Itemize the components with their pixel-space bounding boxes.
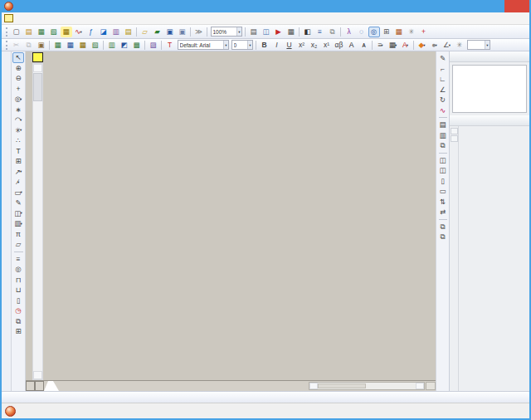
underline-icon[interactable]: U <box>284 40 295 51</box>
rescale-icon[interactable]: ↻ <box>437 95 449 105</box>
layer-contents-icon[interactable]: ≡ <box>314 27 326 37</box>
new-workbook-icon[interactable]: ▦ <box>36 27 47 37</box>
title-bar[interactable] <box>2 0 529 12</box>
selection-region-icon[interactable]: ◠▾ <box>12 115 24 125</box>
theme-gallery-icon[interactable]: ◧ <box>302 27 314 37</box>
data-selector-icon[interactable]: ∗ <box>12 105 24 115</box>
arrange-windows-icon[interactable]: ⧉ <box>437 232 449 242</box>
font-color-icon[interactable]: A▾ <box>400 40 412 51</box>
annotation-tool-icon[interactable]: ⊞ <box>12 156 24 167</box>
italic-icon[interactable]: I <box>271 40 283 51</box>
plot-angle-icon[interactable]: ∠ <box>437 85 449 95</box>
extract-to-columns-icon[interactable]: ◫ <box>437 155 449 166</box>
film-strip-icon[interactable]: ▦ <box>285 27 297 37</box>
highlight-color-icon[interactable]: ●▾ <box>429 40 441 51</box>
freehand-tool-icon[interactable]: ✎ <box>12 198 24 208</box>
superscript-icon[interactable]: x² <box>296 40 308 51</box>
vertical-scroll-track[interactable] <box>33 102 42 371</box>
fill-color-icon[interactable]: ◆▾ <box>417 40 428 51</box>
new-project-icon[interactable]: ▢ <box>11 27 22 37</box>
font-size-combo[interactable]: 0▾ <box>231 40 253 50</box>
image-mode-icon[interactable]: ▨ <box>148 40 159 51</box>
apps-panel-header[interactable] <box>450 115 529 126</box>
plot-segment-icon[interactable]: ⌐ <box>437 64 449 75</box>
scroll-right-button[interactable] <box>416 383 424 389</box>
minimize-button[interactable] <box>468 0 486 12</box>
new-layout-icon[interactable]: ▥ <box>110 27 122 37</box>
style-combo[interactable]: ▾ <box>467 40 490 50</box>
merge-cells-icon[interactable]: ▦▾ <box>387 40 399 51</box>
open-excel-icon[interactable]: ▰ <box>152 27 163 37</box>
calendar-icon[interactable]: ▦ <box>393 27 405 37</box>
print-icon[interactable]: ▤ <box>248 27 260 37</box>
zoom-out-tool-icon[interactable]: ⊖ <box>12 73 24 84</box>
greek-symbol-icon[interactable]: αβ <box>334 40 345 51</box>
new-notes-icon[interactable]: ▤ <box>123 27 134 37</box>
screen-reader-icon[interactable]: + <box>12 84 24 95</box>
add-column-icon[interactable]: ▯ <box>437 176 449 187</box>
tile-horizontally-icon[interactable]: ▤ <box>437 120 449 130</box>
scroll-left-button[interactable] <box>309 383 318 389</box>
mdi-document-icon[interactable] <box>4 14 13 22</box>
sheet-tab-msheet1[interactable] <box>44 381 59 391</box>
increase-font-icon[interactable]: A <box>346 40 358 51</box>
data-reader-icon[interactable]: ◎▾ <box>12 94 24 105</box>
move-plot-icon[interactable]: ⇅ <box>437 197 449 208</box>
pointer-tool-icon[interactable]: ↖ <box>12 52 24 63</box>
style-brush-icon[interactable]: ✳ <box>454 40 465 51</box>
import-wizard-icon[interactable]: ≫ <box>193 27 205 37</box>
system-settings-icon[interactable]: ✳ <box>406 27 417 37</box>
date-time-stamp-icon[interactable]: ◷ <box>12 305 24 316</box>
new-excel-workbook-icon[interactable]: ▧ <box>48 27 60 37</box>
scroll-up-button[interactable] <box>33 64 42 72</box>
merge-windows-icon[interactable]: ⧉ <box>437 222 449 232</box>
sheet-tab-scroll-right[interactable] <box>35 381 44 391</box>
object-manager-header[interactable] <box>450 51 529 62</box>
open-icon[interactable]: ▱ <box>139 27 151 37</box>
font-combo[interactable]: Default: Arial▾ <box>178 40 229 50</box>
border-color-icon[interactable]: ∠▾ <box>441 40 453 51</box>
fit-curve-icon[interactable]: ∿ <box>437 105 449 116</box>
origin-logo-icon[interactable] <box>5 406 16 417</box>
circle-tool-icon[interactable]: ◎ <box>12 264 24 275</box>
subscript-icon[interactable]: x₂ <box>309 40 320 51</box>
tile-vertically-icon[interactable]: ▥ <box>437 130 449 141</box>
new-sheet-icon[interactable]: ⊞ <box>12 326 24 337</box>
save-project-icon[interactable]: ▣ <box>164 27 176 37</box>
set-matrix-properties-icon[interactable]: ▦ <box>77 40 89 51</box>
worksheet-grid-icon[interactable]: ⊞ <box>381 27 392 37</box>
zoom-selected-icon[interactable]: ◎ <box>368 27 380 37</box>
new-3d-graph-icon[interactable]: ◪ <box>98 27 110 37</box>
set-matrix-dimensions-icon[interactable]: ▦ <box>52 40 64 51</box>
rectangle-tool-icon[interactable]: ▭▾ <box>12 188 24 198</box>
apps-tabs-scroll-up[interactable] <box>451 128 458 134</box>
zoom-pan-icon[interactable]: ◌ <box>356 27 368 37</box>
cascade-windows-icon[interactable]: ⧉ <box>437 140 449 151</box>
fitting-function-icon[interactable]: λ <box>343 27 355 37</box>
pane-splitter[interactable] <box>426 382 436 390</box>
add-object-icon[interactable]: + <box>418 27 430 37</box>
scale-object-icon[interactable]: ▯ <box>12 295 24 306</box>
draw-data-icon[interactable]: ∴ <box>12 135 24 146</box>
horizontal-scrollbar[interactable] <box>309 382 425 390</box>
horizontal-scroll-thumb[interactable] <box>318 383 366 388</box>
insert-chart-icon[interactable]: ▥▾ <box>12 218 24 229</box>
transpose-matrix-icon[interactable]: ▧ <box>90 40 101 51</box>
bracket-tool-icon[interactable]: ⊔ <box>12 285 24 295</box>
insert-object-icon[interactable]: ▱ <box>12 239 24 250</box>
digitizer-icon[interactable]: ◫ <box>261 27 272 37</box>
save-template-icon[interactable]: ▣ <box>177 27 188 37</box>
duplicate-window-icon[interactable]: ⧉ <box>327 27 339 37</box>
swap-axes-icon[interactable]: ⇄ <box>437 207 449 217</box>
panel-tool-icon[interactable]: ⊓ <box>12 275 24 286</box>
duplicate-object-icon[interactable]: ⧉ <box>12 316 24 327</box>
apps-tabs-scroll-down[interactable] <box>451 135 458 142</box>
zoom-combo[interactable]: 100%▾ <box>211 27 242 37</box>
font-style-icon[interactable]: T <box>164 40 176 51</box>
flip-matrix-icon[interactable]: ▥ <box>106 40 118 51</box>
line-by-points-icon[interactable]: ≡ <box>12 254 24 265</box>
vertical-scrollbar[interactable] <box>32 63 43 380</box>
set-matrix-values-icon[interactable]: ▦ <box>65 40 76 51</box>
new-graph-icon[interactable]: ∿▾ <box>73 27 85 37</box>
sheet-tab-scroll-left[interactable] <box>26 381 35 391</box>
